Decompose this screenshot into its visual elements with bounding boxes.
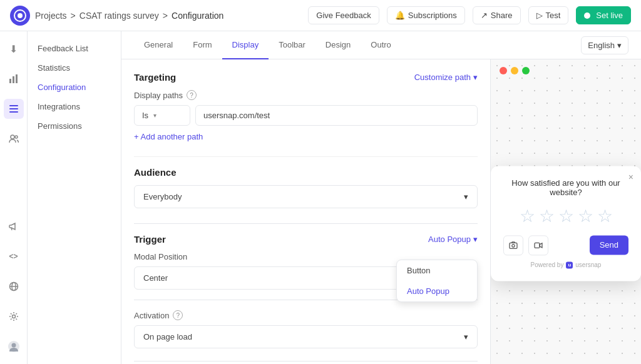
breadcrumb-sep1: > (71, 11, 76, 21)
sidebar-icon-globe[interactable] (4, 276, 24, 296)
chevron-down-icon: ▾ (617, 41, 622, 50)
sidebar-nav-permissions[interactable]: Permissions (28, 116, 121, 136)
frequency-section: Frequency (134, 361, 478, 364)
breadcrumb-survey[interactable]: CSAT ratings survey (79, 11, 159, 21)
trigger-select-wrap: Auto Popup ▾ Button Auto Popup (428, 235, 478, 244)
sidebar-icon-config[interactable] (4, 99, 24, 119)
display-path-row: Is ▾ (134, 105, 478, 126)
widget-close-button[interactable]: × (628, 172, 633, 182)
widget-video-button[interactable] (528, 235, 548, 255)
svg-rect-7 (9, 111, 18, 113)
star-4[interactable]: ☆ (578, 206, 593, 226)
activation-dropdown[interactable]: On page load ▾ (134, 325, 478, 348)
preview-minimize-dot (511, 67, 518, 74)
targeting-header: Targeting Customize path ▾ (134, 72, 478, 83)
set-live-button[interactable]: Set live (576, 6, 631, 24)
sidebar-icon-users[interactable] (4, 129, 24, 149)
tab-form[interactable]: Form (183, 31, 222, 59)
svg-rect-4 (16, 74, 18, 83)
sidebar-icon-settings[interactable] (4, 306, 24, 326)
trigger-title: Trigger (134, 234, 166, 245)
widget-send-button[interactable]: Send (590, 235, 628, 255)
topbar: Projects > CSAT ratings survey > Configu… (0, 0, 641, 31)
activation-help-icon[interactable]: ? (173, 310, 183, 320)
content-area: General Form Display Toolbar Design Outr… (121, 31, 641, 364)
sidebar-nav-integrations[interactable]: Integrations (28, 97, 121, 116)
sidebar-icon-avatar[interactable] (4, 336, 24, 356)
activation-label: Activation ? (134, 310, 478, 320)
sidebar-nav-configuration[interactable]: Configuration (28, 78, 121, 97)
tab-general[interactable]: General (134, 31, 183, 59)
sidebar-nav: Feedback List Statistics Configuration I… (28, 31, 121, 364)
star-1[interactable]: ☆ (520, 206, 535, 226)
svg-rect-2 (9, 79, 11, 83)
topbar-actions: Give Feedback 🔔 Subscriptions ↗ Share ▷ … (308, 6, 631, 24)
display-paths-label: Display paths ? (134, 90, 478, 100)
audience-section: Audience Everybody ▾ (134, 156, 478, 208)
path-condition-select[interactable]: Is ▾ (134, 105, 190, 126)
breadcrumb-projects[interactable]: Projects (35, 11, 67, 21)
test-button[interactable]: ▷ Test (528, 6, 569, 24)
svg-rect-3 (13, 76, 14, 83)
svg-point-15 (11, 343, 16, 348)
sidebar-icon-download[interactable]: ⬇ (4, 39, 24, 59)
main-layout: ⬇ <> Feedback List Statistics Configurat… (0, 31, 641, 364)
svg-point-1 (18, 13, 23, 18)
widget-powered-by: Powered by u usersnap (503, 261, 628, 268)
bell-icon: 🔔 (395, 11, 405, 20)
svg-point-9 (15, 136, 18, 138)
give-feedback-button[interactable]: Give Feedback (308, 6, 379, 24)
preview-panel: × How satisfied are you with our website… (491, 59, 641, 364)
svg-point-13 (12, 315, 15, 318)
sidebar-icon-megaphone[interactable] (4, 216, 24, 236)
trigger-option-auto-popup[interactable]: Auto Popup (397, 281, 477, 301)
tabs-bar: General Form Display Toolbar Design Outr… (121, 31, 641, 59)
preview-close-dot (500, 67, 507, 74)
trigger-dropdown-popup: Button Auto Popup (396, 260, 478, 302)
widget-camera-button[interactable] (503, 235, 523, 255)
customize-path-link[interactable]: Customize path ▾ (414, 73, 478, 82)
tab-design[interactable]: Design (315, 31, 361, 59)
targeting-title: Targeting (134, 72, 176, 83)
svg-rect-6 (9, 108, 18, 109)
widget-stars: ☆ ☆ ☆ ☆ ☆ (503, 206, 628, 226)
activation-section: Activation ? On page load ▾ (134, 300, 478, 348)
breadcrumb-sep2: > (163, 11, 168, 21)
audience-dropdown[interactable]: Everybody ▾ (134, 185, 478, 208)
sidebar-icon-stats[interactable] (4, 69, 24, 89)
widget-question: How satisfied are you with our website? (503, 178, 628, 197)
tab-display[interactable]: Display (222, 31, 269, 59)
add-path-link[interactable]: + Add another path (134, 132, 203, 141)
svg-point-8 (11, 135, 14, 139)
tab-outro[interactable]: Outro (361, 31, 401, 59)
preview-window-controls (500, 67, 530, 74)
widget-card: × How satisfied are you with our website… (491, 166, 641, 281)
star-5[interactable]: ☆ (597, 206, 613, 226)
share-icon: ↗ (481, 11, 488, 20)
svg-rect-18 (535, 243, 540, 248)
breadcrumb: Projects > CSAT ratings survey > Configu… (35, 11, 223, 21)
language-selector[interactable]: English ▾ (581, 36, 628, 54)
chevron-down-icon: ▾ (464, 192, 468, 201)
live-icon (584, 13, 590, 19)
star-3[interactable]: ☆ (558, 206, 574, 226)
path-value-input[interactable] (195, 105, 478, 126)
audience-title: Audience (134, 167, 177, 178)
settings-panel: Targeting Customize path ▾ Display paths… (121, 59, 491, 364)
targeting-section: Targeting Customize path ▾ Display paths… (134, 72, 478, 141)
audience-header: Audience (134, 167, 478, 178)
trigger-type-select[interactable]: Auto Popup ▾ (428, 235, 478, 244)
display-paths-help-icon[interactable]: ? (187, 90, 197, 100)
sidebar-icon-code[interactable]: <> (4, 246, 24, 266)
chevron-down-icon: ▾ (473, 235, 478, 244)
breadcrumb-current: Configuration (172, 11, 223, 21)
share-button[interactable]: ↗ Share (473, 6, 521, 24)
trigger-option-button[interactable]: Button (397, 260, 477, 281)
subscriptions-button[interactable]: 🔔 Subscriptions (387, 6, 465, 24)
sidebar-nav-feedback-list[interactable]: Feedback List (28, 39, 121, 58)
usersnap-logo: u (566, 261, 573, 268)
sidebar-nav-statistics[interactable]: Statistics (28, 58, 121, 78)
tab-toolbar[interactable]: Toolbar (269, 31, 315, 59)
star-2[interactable]: ☆ (539, 206, 555, 226)
chevron-down-icon: ▾ (464, 332, 468, 341)
